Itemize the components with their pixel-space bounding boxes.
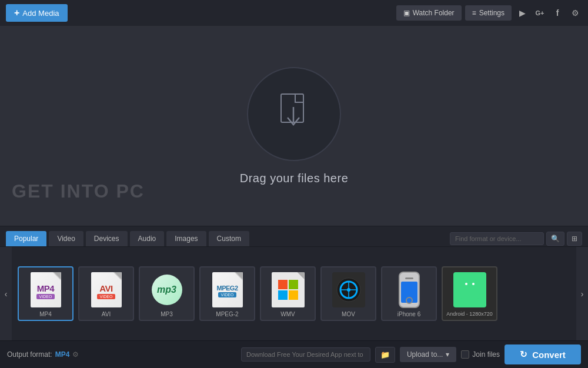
formats-list: MP4 VIDEO MP4 AVI VIDEO — [12, 262, 576, 326]
svg-rect-19 — [463, 297, 468, 303]
scroll-right-button[interactable]: › — [576, 247, 588, 340]
mov-label: MOV — [342, 311, 355, 317]
mp3-thumb: mp3 — [148, 271, 186, 309]
mpeg2-badge-text: MPEG2 — [216, 285, 238, 292]
search-icon-button[interactable]: 🔍 — [546, 232, 564, 246]
convert-icon: ↻ — [520, 349, 527, 360]
mp4-label: MP4 — [39, 311, 52, 317]
convert-label: Convert — [532, 350, 566, 360]
join-files: Join files — [461, 350, 500, 359]
mpeg2-badge-sub: VIDEO — [218, 292, 237, 297]
svg-line-16 — [475, 278, 477, 281]
settings-icon: ≡ — [472, 9, 476, 17]
formats-scroll-area: ‹ MP4 VIDEO MP4 — [0, 247, 588, 340]
watch-folder-label: Watch Folder — [413, 9, 455, 17]
bottom-bar: Output format: MP4 ⚙ 📁 Upload to... Join… — [0, 340, 588, 368]
drop-icon — [270, 89, 318, 139]
format-item-avi[interactable]: AVI VIDEO AVI — [78, 266, 134, 321]
avi-label: AVI — [102, 311, 111, 317]
mp3-circle: mp3 — [152, 275, 182, 305]
settings-extra-icon[interactable]: ⚙ — [568, 6, 582, 20]
youtube-icon[interactable]: ▶ — [515, 6, 529, 20]
output-format: Output format: MP4 ⚙ — [7, 350, 79, 359]
avi-badge-sub: VIDEO — [97, 294, 116, 299]
join-files-label: Join files — [472, 350, 500, 359]
tab-audio[interactable]: Audio — [130, 231, 165, 246]
drop-area[interactable]: Drag your files here GET INTO PC — [0, 26, 588, 226]
format-panel: Popular Video Devices Audio Images Custo… — [0, 226, 588, 340]
tab-video[interactable]: Video — [49, 231, 83, 246]
iphone6-label: iPhone 6 — [397, 311, 420, 317]
tab-custom[interactable]: Custom — [209, 231, 249, 246]
watch-folder-icon: ▣ — [403, 9, 410, 17]
watermark-text: GET INTO PC — [12, 180, 145, 202]
mp4-thumb: MP4 VIDEO — [27, 271, 65, 309]
mp4-badge-text: MP4 — [37, 283, 54, 293]
svg-rect-4 — [278, 290, 288, 300]
toolbar-right: ▣ Watch Folder ≡ Settings ▶ G+ f ⚙ — [396, 5, 582, 21]
avi-badge-text: AVI — [99, 283, 112, 293]
add-media-button[interactable]: Add Media — [6, 4, 68, 22]
google-plus-icon[interactable]: G+ — [533, 6, 547, 20]
mov-thumb — [330, 271, 368, 309]
svg-rect-5 — [289, 290, 298, 300]
svg-rect-12 — [463, 281, 477, 288]
wmv-label: WMV — [280, 311, 295, 317]
tab-popular[interactable]: Popular — [6, 231, 46, 246]
svg-point-14 — [472, 283, 475, 285]
format-item-wmv[interactable]: WMV — [260, 266, 316, 321]
mp4-badge-sub: VIDEO — [36, 294, 55, 299]
facebook-icon[interactable]: f — [550, 6, 564, 20]
mpeg2-thumb: MPEG2 VIDEO — [209, 271, 246, 309]
svg-rect-0 — [281, 94, 303, 122]
svg-rect-17 — [457, 287, 460, 295]
grid-view-button[interactable]: ⊞ — [567, 232, 582, 246]
folder-browse-button[interactable]: 📁 — [375, 347, 395, 363]
android-label: Android - 1280x720 — [446, 311, 493, 317]
iphone6-thumb — [390, 271, 428, 309]
format-item-mpeg2[interactable]: MPEG2 VIDEO MPEG-2 — [199, 266, 255, 321]
output-format-label: Output format: — [7, 350, 52, 359]
format-item-mov[interactable]: MOV — [320, 266, 376, 321]
scroll-left-button[interactable]: ‹ — [0, 247, 12, 340]
mpeg2-label: MPEG-2 — [216, 311, 238, 317]
settings-label: Settings — [479, 9, 505, 17]
drop-circle — [247, 67, 341, 161]
svg-point-13 — [465, 283, 467, 285]
tabs-row: Popular Video Devices Audio Images Custo… — [0, 226, 588, 247]
upload-button[interactable]: Upload to... — [400, 347, 456, 362]
avi-thumb: AVI VIDEO — [88, 271, 125, 309]
drag-drop-text: Drag your files here — [240, 172, 349, 185]
watch-folder-button[interactable]: ▣ Watch Folder — [396, 5, 462, 21]
join-files-checkbox[interactable] — [461, 350, 469, 359]
format-item-mp3[interactable]: mp3 MP3 — [139, 266, 195, 321]
output-format-value: MP4 — [55, 350, 70, 359]
convert-button[interactable]: ↻ Convert — [505, 344, 581, 364]
format-search-input[interactable] — [450, 232, 544, 245]
format-item-mp4[interactable]: MP4 VIDEO MP4 — [18, 266, 74, 321]
format-item-android[interactable]: Android - 1280x720 — [442, 266, 497, 321]
tab-devices[interactable]: Devices — [86, 231, 128, 246]
svg-point-10 — [347, 288, 350, 292]
format-item-iphone6[interactable]: iPhone 6 — [381, 266, 437, 321]
tabs-search: 🔍 ⊞ — [450, 232, 582, 246]
android-thumb — [451, 271, 489, 309]
output-settings-icon[interactable]: ⚙ — [72, 350, 79, 359]
svg-line-15 — [463, 278, 465, 281]
upload-label: Upload to... — [407, 350, 443, 359]
svg-rect-2 — [278, 280, 288, 289]
svg-rect-18 — [479, 287, 483, 295]
android-logo — [453, 272, 486, 307]
top-toolbar: Add Media ▣ Watch Folder ≡ Settings ▶ G+… — [0, 0, 588, 26]
wmv-thumb — [269, 271, 307, 309]
mp3-label: MP3 — [161, 311, 173, 317]
svg-rect-3 — [289, 280, 298, 289]
file-path-input[interactable] — [241, 347, 370, 362]
settings-button[interactable]: ≡ Settings — [465, 5, 512, 21]
svg-rect-20 — [472, 297, 476, 303]
tab-images[interactable]: Images — [166, 231, 206, 246]
